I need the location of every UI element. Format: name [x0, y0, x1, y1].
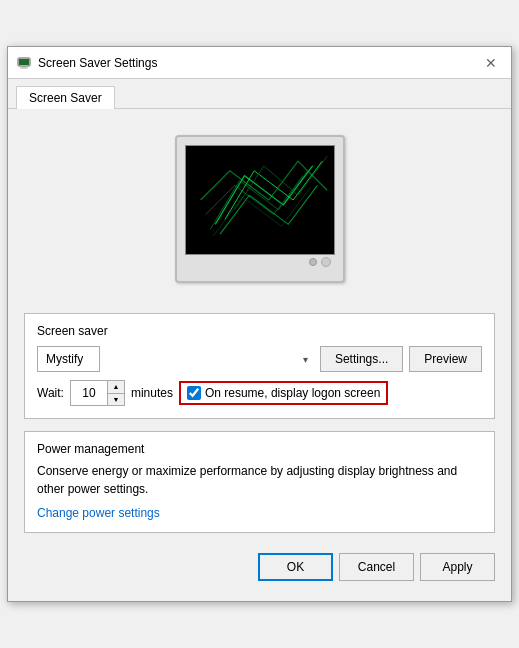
- button-row: OK Cancel Apply: [24, 545, 495, 585]
- svg-rect-4: [186, 146, 334, 253]
- cancel-button[interactable]: Cancel: [339, 553, 414, 581]
- wait-spinner: ▲ ▼: [107, 381, 124, 405]
- monitor-indicator-dot: [309, 258, 317, 266]
- title-bar: Screen Saver Settings ✕: [8, 47, 511, 79]
- spinner-down-button[interactable]: ▼: [108, 394, 124, 406]
- window-title: Screen Saver Settings: [38, 56, 479, 70]
- resume-checkbox-group: On resume, display logon screen: [179, 381, 388, 405]
- wait-row: Wait: ▲ ▼ minutes On resume, display log…: [37, 380, 482, 406]
- svg-rect-3: [20, 67, 28, 68]
- preview-button[interactable]: Preview: [409, 346, 482, 372]
- monitor-controls: [185, 255, 335, 267]
- spinner-up-button[interactable]: ▲: [108, 381, 124, 394]
- monitor-screen: [185, 145, 335, 255]
- screen-saver-settings-window: Screen Saver Settings ✕ Screen Saver: [7, 46, 512, 602]
- monitor-frame: [175, 135, 345, 283]
- svg-rect-2: [22, 66, 26, 68]
- minutes-label: minutes: [131, 386, 173, 400]
- screensaver-controls-row: Mystify (None) 3D Text Blank Bubbles Pho…: [37, 346, 482, 372]
- power-section: Power management Conserve energy or maxi…: [24, 431, 495, 533]
- screensaver-select-wrapper: Mystify (None) 3D Text Blank Bubbles Pho…: [37, 346, 314, 372]
- wait-input-group: ▲ ▼: [70, 380, 125, 406]
- wait-label: Wait:: [37, 386, 64, 400]
- change-power-settings-link[interactable]: Change power settings: [37, 506, 160, 520]
- window-icon: [16, 55, 32, 71]
- apply-button[interactable]: Apply: [420, 553, 495, 581]
- content-area: Screen saver Mystify (None) 3D Text Blan…: [8, 109, 511, 601]
- power-description: Conserve energy or maximize performance …: [37, 462, 482, 498]
- tab-bar: Screen Saver: [8, 79, 511, 109]
- svg-rect-1: [19, 59, 29, 65]
- settings-button[interactable]: Settings...: [320, 346, 403, 372]
- screensaver-dropdown[interactable]: Mystify (None) 3D Text Blank Bubbles Pho…: [37, 346, 100, 372]
- monitor-power-dot: [321, 257, 331, 267]
- close-button[interactable]: ✕: [479, 51, 503, 75]
- ok-button[interactable]: OK: [258, 553, 333, 581]
- screensaver-section-label: Screen saver: [37, 324, 482, 338]
- tab-screen-saver[interactable]: Screen Saver: [16, 86, 115, 109]
- monitor-preview: [24, 125, 495, 293]
- wait-input[interactable]: [71, 381, 107, 405]
- resume-checkbox[interactable]: [187, 386, 201, 400]
- resume-label[interactable]: On resume, display logon screen: [205, 386, 380, 400]
- screensaver-section: Screen saver Mystify (None) 3D Text Blan…: [24, 313, 495, 419]
- power-section-label: Power management: [37, 442, 482, 456]
